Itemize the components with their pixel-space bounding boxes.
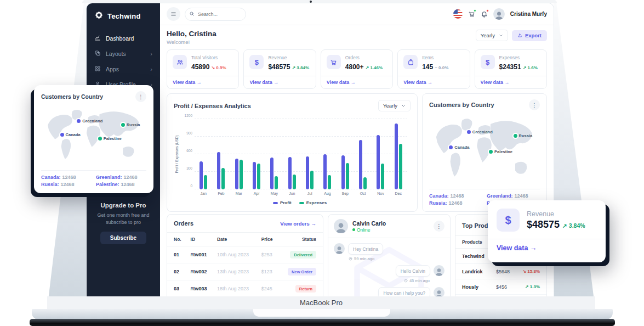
bag-icon — [403, 55, 418, 69]
upgrade-panel: Upgrade to Pro Get one month free and su… — [87, 202, 160, 244]
view-data-link[interactable]: View data → — [475, 76, 546, 88]
chart-x-tick: Jul — [307, 192, 312, 195]
marker-dot — [98, 137, 102, 140]
orders-header-row: No.IDDatePriceStatus — [167, 233, 323, 246]
message-bubble: Hello Calvin — [396, 265, 430, 277]
notifications-button[interactable] — [481, 10, 488, 18]
stat-value: $48575 — [268, 63, 290, 71]
stat-card-orders: Orders4800+↗ 1.46%View data → — [321, 49, 393, 89]
country-name: Russia: — [41, 182, 59, 187]
chart-y-tick: 900 — [180, 131, 192, 135]
chart-bar-group: Mar — [235, 119, 243, 189]
order-id: #tw001 — [187, 246, 214, 263]
more-options-button[interactable]: ⋮ — [135, 91, 146, 102]
kebab-icon: ⋮ — [138, 94, 144, 100]
chart-plot-area: 03006009001200JanFebMarAprMayJunJulAugSe… — [195, 119, 407, 189]
period-select[interactable]: Yearly — [476, 30, 508, 41]
bell-notification-dot — [486, 9, 489, 12]
revenue-overlay-value: $48575 — [527, 219, 560, 230]
chat-status: Online — [352, 227, 386, 233]
stat-value: $24351 — [499, 63, 521, 71]
us-flag-icon[interactable] — [453, 9, 463, 19]
view-data-link[interactable]: View data → — [321, 76, 392, 88]
stat-card-body: $Expenses$24351↗ 1.6% — [475, 50, 546, 76]
menu-button[interactable] — [167, 7, 180, 21]
laptop-front-edge — [30, 319, 615, 326]
chat-more-options-button[interactable]: ⋮ — [434, 221, 444, 232]
page-header: Hello, Cristina Welcome! Yearly Export — [167, 30, 547, 45]
marker-dot — [489, 150, 493, 154]
country-stat-russia: Russia:12468 — [41, 182, 92, 187]
stat-text: Expenses$24351↗ 1.6% — [499, 55, 538, 71]
view-data-link[interactable]: View data → — [398, 76, 469, 88]
view-orders-link[interactable]: View orders → — [280, 221, 316, 227]
menu-icon — [170, 11, 176, 17]
more-options-button[interactable]: ⋮ — [529, 99, 540, 110]
chart-bar-profit — [395, 123, 398, 190]
chart-bar-group: Aug — [323, 119, 331, 189]
legend-swatch — [273, 202, 278, 204]
map-marker-russia: Russia — [121, 122, 140, 127]
view-data-link[interactable]: View data → — [167, 76, 238, 88]
marker-label: Palestine — [494, 149, 512, 154]
stat-card-expenses: $Expenses$24351↗ 1.6%View data → — [475, 49, 547, 89]
order-date: 18th Aug 2023 — [214, 280, 258, 297]
order-row: 03#tw00318th Aug 2023$245Return — [167, 280, 323, 297]
orders-column-status: Status — [278, 233, 323, 246]
users-icon — [173, 55, 187, 69]
chart-x-tick: Jun — [289, 192, 295, 195]
kebab-icon: ⋮ — [436, 223, 442, 229]
subscribe-button[interactable]: Subscribe — [100, 232, 146, 244]
chart-y-axis-label: Profit / Expenses (USD) — [174, 119, 179, 189]
product-price: $456 — [496, 284, 519, 290]
brand-logo[interactable]: Techwind — [87, 3, 160, 29]
chat-contact-name: Calvin Carlo — [352, 220, 386, 227]
message-avatar — [334, 243, 345, 254]
view-data-link[interactable]: View data → — [488, 239, 606, 257]
chart-bar-expenses — [221, 168, 225, 190]
sidebar-item-apps[interactable]: Apps› — [87, 61, 160, 77]
chart-bar-group: Nov — [377, 119, 384, 189]
orders-column-id: ID — [187, 233, 214, 246]
sidebar-item-dashboard[interactable]: Dashboard — [87, 31, 160, 46]
order-no: 01 — [167, 246, 187, 263]
chart-x-tick: Nov — [377, 192, 384, 195]
map-marker-russia: Russia — [514, 133, 533, 138]
cart-button[interactable] — [468, 10, 475, 18]
chart-bar-profit — [253, 162, 256, 189]
customers-overlay-card: Customers by Country ⋮ CanadaGreenlandRu… — [34, 85, 153, 193]
chart-bar-profit — [217, 152, 220, 189]
stat-text: Revenue$48575↗ 3.84% — [268, 55, 309, 71]
country-name: Russia: — [429, 200, 447, 206]
chart-bar-expenses — [346, 163, 349, 189]
products-column-label: Products — [462, 239, 482, 245]
view-data-link[interactable]: View data → — [244, 76, 315, 88]
sidebar-item-layouts[interactable]: Layouts› — [87, 46, 160, 61]
map-marker-greenland: Greenland — [77, 119, 102, 123]
country-value: 12468 — [62, 175, 76, 180]
person-icon — [493, 9, 505, 20]
customers-by-country-card: Customers by Country ⋮ CanadaGreenlandRu… — [422, 93, 547, 212]
stat-label: Revenue — [268, 55, 309, 60]
chat-message-row: Hello Calvin — [334, 265, 444, 277]
orders-column-price: Price — [258, 233, 279, 246]
chart-bar-expenses — [240, 160, 243, 189]
stat-card-revenue: $Revenue$48575↗ 3.84%View data → — [243, 49, 316, 89]
world-map-svg — [429, 114, 540, 185]
chat-message-row: How can i help you? — [334, 287, 444, 296]
user-avatar[interactable] — [493, 8, 505, 20]
chart-y-tick: 600 — [180, 149, 192, 153]
chart-x-tick: Sep — [342, 192, 349, 195]
chat-messages: Hey Cristina59 min agoHello Calvin45 min… — [328, 238, 450, 296]
dollar-icon: $ — [249, 55, 264, 69]
country-value: 12468 — [121, 182, 135, 187]
chart-period-select[interactable]: Yearly — [378, 100, 411, 111]
export-button[interactable]: Export — [512, 30, 547, 41]
order-row: 02#tw00213th Aug 2023$123New Order — [167, 263, 323, 280]
user-name[interactable]: Cristina Murfy — [510, 11, 547, 17]
stat-card-items: Items145~ 0.0%View data → — [397, 49, 470, 89]
status-badge: Return — [295, 285, 316, 293]
chart-x-tick: Jan — [201, 192, 207, 195]
chart-period-value: Yearly — [383, 103, 397, 109]
map-marker-greenland: Greenland — [467, 130, 493, 134]
